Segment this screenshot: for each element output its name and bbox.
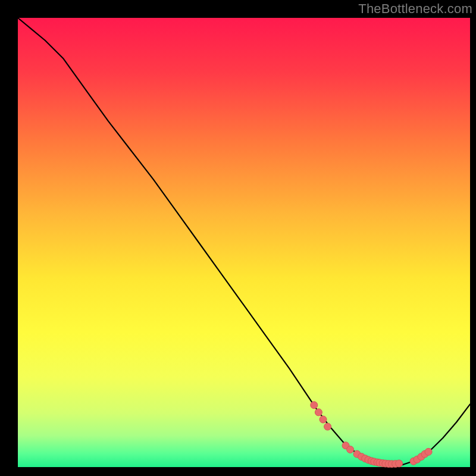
marker-point: [324, 423, 331, 430]
marker-point: [320, 416, 327, 423]
chart-container: TheBottleneck.com: [0, 0, 476, 476]
marker-point: [347, 446, 354, 453]
gradient-background: [18, 18, 470, 467]
marker-point: [315, 409, 322, 416]
watermark-text: TheBottleneck.com: [358, 1, 472, 17]
marker-point: [311, 402, 318, 409]
marker-point: [425, 448, 432, 455]
marker-point: [396, 460, 403, 467]
bottleneck-chart: [0, 0, 476, 476]
